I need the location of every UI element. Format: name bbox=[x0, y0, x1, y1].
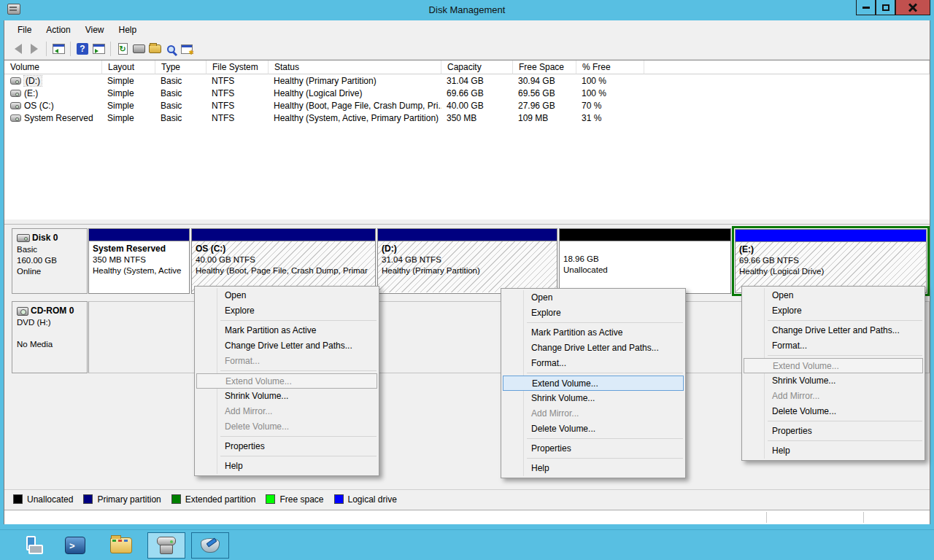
table-row[interactable]: OS (C:) Simple Basic NTFS Healthy (Boot,… bbox=[4, 99, 930, 112]
menu-item-change-letter[interactable]: Change Drive Letter and Paths... bbox=[196, 338, 378, 354]
col-pctfree[interactable]: % Free bbox=[576, 61, 644, 74]
close-button[interactable] bbox=[895, 0, 930, 15]
menu-item-add-mirror: Add Mirror... bbox=[743, 389, 924, 404]
cell-volume: System Reserved bbox=[24, 113, 93, 123]
partition-color-bar bbox=[560, 229, 730, 241]
menu-item-help[interactable]: Help bbox=[502, 461, 684, 476]
cdrom-panel[interactable]: CD-ROM 0 DVD (H:) No Media bbox=[12, 301, 88, 373]
col-filesystem[interactable]: File System bbox=[207, 61, 269, 74]
maximize-button[interactable] bbox=[876, 0, 895, 15]
taskbar-powershell-button[interactable]: > bbox=[61, 532, 90, 559]
taskbar: > ▲ ✕ ✕ 5:24 PM 5/20/2019 bbox=[0, 529, 934, 560]
partition-d[interactable]: (D:) 31.04 GB NTFS Healthy (Primary Part… bbox=[377, 228, 557, 294]
view-icon[interactable] bbox=[163, 41, 179, 57]
taskbar-server-manager-button[interactable] bbox=[20, 532, 49, 559]
partition-color-bar bbox=[736, 230, 926, 241]
cell-status: Healthy (Logical Drive) bbox=[269, 88, 441, 98]
col-capacity[interactable]: Capacity bbox=[441, 61, 513, 74]
partition-status: Healthy (System, Active bbox=[93, 265, 189, 276]
menu-item-properties[interactable]: Properties bbox=[743, 424, 924, 439]
partition-status: Healthy (Primary Partition) bbox=[382, 265, 557, 276]
menu-item-delete-volume[interactable]: Delete Volume... bbox=[502, 421, 684, 437]
menu-item-mark-active[interactable]: Mark Partition as Active bbox=[502, 325, 684, 341]
menu-item-change-letter[interactable]: Change Drive Letter and Paths... bbox=[502, 341, 684, 356]
show-console-tree-icon[interactable] bbox=[50, 41, 66, 57]
cell-type: Basic bbox=[155, 113, 207, 123]
menu-view[interactable]: View bbox=[78, 23, 112, 37]
col-type[interactable]: Type bbox=[155, 61, 207, 74]
back-icon[interactable] bbox=[10, 41, 26, 57]
show-action-pane-icon[interactable] bbox=[90, 41, 107, 57]
menu-help[interactable]: Help bbox=[112, 23, 144, 37]
table-row[interactable]: System Reserved Simple Basic NTFS Health… bbox=[4, 112, 930, 124]
menu-item-shrink-volume[interactable]: Shrink Volume... bbox=[743, 373, 924, 389]
menu-item-change-letter[interactable]: Change Drive Letter and Paths... bbox=[743, 323, 924, 338]
cell-capacity: 31.04 GB bbox=[441, 76, 513, 86]
menu-item-open[interactable]: Open bbox=[502, 290, 684, 306]
cell-free: 30.94 GB bbox=[513, 76, 576, 86]
partition-system-reserved[interactable]: System Reserved 350 MB NTFS Healthy (Sys… bbox=[88, 228, 190, 294]
minimize-button[interactable] bbox=[856, 0, 876, 15]
menu-item-format[interactable]: Format... bbox=[743, 338, 924, 354]
menu-item-explore[interactable]: Explore bbox=[743, 303, 924, 319]
menu-item-add-mirror: Add Mirror... bbox=[502, 406, 684, 421]
menu-item-extend-volume[interactable]: Extend Volume... bbox=[503, 376, 684, 391]
cdrom-media-status: No Media bbox=[17, 339, 84, 350]
legend-item: Primary partition bbox=[83, 494, 161, 505]
forward-icon[interactable] bbox=[26, 41, 42, 57]
menu-item-explore[interactable]: Explore bbox=[502, 306, 684, 321]
toolbar-separator bbox=[46, 42, 47, 56]
col-filler bbox=[644, 61, 930, 74]
taskbar-file-explorer-button[interactable] bbox=[107, 532, 136, 559]
col-status[interactable]: Status bbox=[269, 61, 441, 74]
disk-properties-icon[interactable] bbox=[131, 41, 147, 57]
disk0-status: Online bbox=[17, 266, 84, 277]
col-volume[interactable]: Volume bbox=[4, 61, 102, 74]
partition-size: 350 MB NTFS bbox=[93, 254, 189, 265]
refresh-icon[interactable]: ↻ bbox=[115, 41, 131, 57]
table-row[interactable]: (E:) Simple Basic NTFS Healthy (Logical … bbox=[4, 87, 930, 99]
col-freespace[interactable]: Free Space bbox=[513, 61, 576, 74]
menu-action[interactable]: Action bbox=[39, 23, 77, 37]
menu-item-open[interactable]: Open bbox=[743, 288, 924, 303]
menu-separator bbox=[527, 438, 683, 439]
menu-item-properties[interactable]: Properties bbox=[502, 441, 684, 456]
legend-item: Free space bbox=[266, 494, 323, 505]
open-folder-icon[interactable] bbox=[147, 41, 163, 57]
menu-separator bbox=[220, 370, 377, 371]
menu-item-explore[interactable]: Explore bbox=[196, 303, 378, 319]
menu-item-help[interactable]: Help bbox=[743, 443, 924, 459]
menu-item-delete-volume[interactable]: Delete Volume... bbox=[743, 404, 924, 419]
menu-separator bbox=[220, 320, 377, 321]
menu-item-shrink-volume[interactable]: Shrink Volume... bbox=[196, 389, 378, 404]
disk0-panel[interactable]: Disk 0 Basic 160.00 GB Online bbox=[12, 228, 88, 294]
menu-item-open[interactable]: Open bbox=[196, 288, 378, 303]
partition-unallocated[interactable]: 18.96 GB Unallocated bbox=[559, 228, 731, 294]
menu-item-format[interactable]: Format... bbox=[502, 356, 684, 371]
taskbar-disk-tool-button[interactable] bbox=[191, 532, 229, 559]
legend-item: Logical drive bbox=[334, 494, 397, 505]
volume-icon bbox=[10, 114, 21, 122]
title-bar[interactable]: Disk Management bbox=[0, 0, 934, 20]
menu-item-properties[interactable]: Properties bbox=[196, 439, 378, 454]
file-explorer-icon bbox=[110, 537, 132, 553]
server-manager-icon bbox=[24, 536, 45, 555]
table-row[interactable]: (D:) Simple Basic NTFS Healthy (Primary … bbox=[4, 74, 930, 87]
menu-separator bbox=[527, 373, 683, 373]
disk0-type: Basic bbox=[17, 244, 84, 255]
menu-item-shrink-volume[interactable]: Shrink Volume... bbox=[502, 391, 684, 406]
menu-file[interactable]: File bbox=[10, 23, 39, 37]
partition-status: Unallocated bbox=[563, 265, 730, 276]
col-layout[interactable]: Layout bbox=[102, 61, 155, 74]
menu-item-mark-active[interactable]: Mark Partition as Active bbox=[196, 323, 378, 338]
menu-item-add-mirror: Add Mirror... bbox=[196, 404, 378, 419]
pane-splitter[interactable] bbox=[4, 219, 930, 225]
partition-e[interactable]: (E:) 69.66 GB NTFS Healthy (Logical Driv… bbox=[735, 229, 927, 293]
partition-os-c[interactable]: OS (C:) 40.00 GB NTFS Healthy (Boot, Pag… bbox=[191, 228, 376, 294]
menu-item-extend-volume: Extend Volume... bbox=[196, 373, 377, 389]
help-icon[interactable]: ? bbox=[74, 41, 90, 57]
legend-item: Extended partition bbox=[171, 494, 256, 505]
menu-item-help[interactable]: Help bbox=[196, 459, 378, 474]
rescan-disks-icon[interactable] bbox=[179, 41, 195, 57]
taskbar-disk-management-button[interactable] bbox=[147, 532, 185, 559]
